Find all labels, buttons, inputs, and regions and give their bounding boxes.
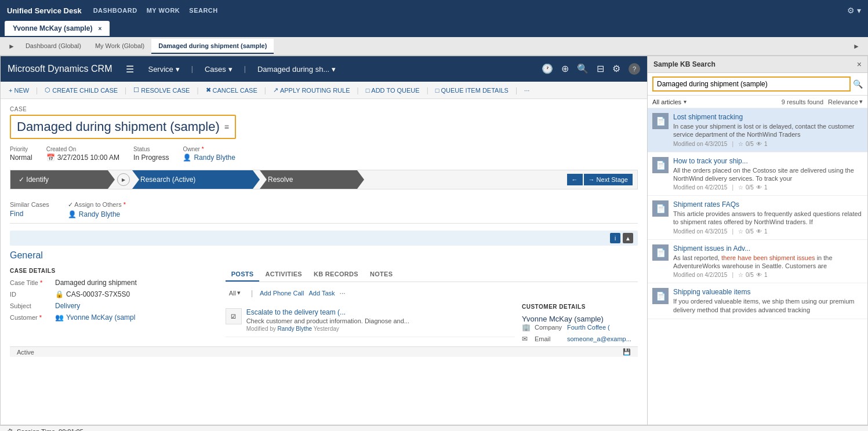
kb-search-button[interactable]: 🔍 <box>853 79 863 89</box>
stage-identify-label: ✓ Identify <box>19 176 49 184</box>
tab-posts[interactable]: POSTS <box>226 268 260 282</box>
filter-dropdown-icon: ▾ <box>237 289 241 297</box>
tab-close-icon[interactable]: × <box>98 25 101 32</box>
tab-yvonne[interactable]: Yvonne McKay (sample) × <box>5 21 110 36</box>
crm-nav-record[interactable]: Damaged during sh... ▾ <box>253 63 340 76</box>
subject-value[interactable]: Delivery <box>55 302 80 310</box>
resolve-case-button[interactable]: ☐ RESOLVE CASE <box>130 84 193 96</box>
kb-article-title-3[interactable]: Shipment issues in Adv... <box>673 244 863 253</box>
crm-header: Microsoft Dynamics CRM ☰ Service ▾ | Cas… <box>1 56 647 82</box>
crm-nav-service[interactable]: Service ▾ <box>143 63 184 76</box>
kb-filter-dropdown[interactable]: All articles ▾ <box>652 98 687 105</box>
tab-nav-right-icon[interactable]: ► <box>849 42 863 50</box>
kb-article-2[interactable]: 📄 Shipment rates FAQs This article provi… <box>648 196 867 240</box>
filter-all[interactable]: All ▾ <box>226 287 244 299</box>
cancel-case-button[interactable]: ✖ CANCEL CASE <box>202 84 261 96</box>
subject-field: Subject Delivery <box>10 302 216 310</box>
email-icon: ✉ <box>522 335 531 343</box>
owner-field: Owner * 👤 Randy Blythe <box>183 146 235 162</box>
kb-search-input[interactable] <box>652 76 851 92</box>
app-title: Unified Service Desk <box>7 6 82 15</box>
save-icon[interactable]: 💾 <box>623 348 631 356</box>
more-activities-button[interactable]: ··· <box>340 289 346 297</box>
case-title-menu-icon[interactable]: ≡ <box>224 122 229 132</box>
routing-rule-button[interactable]: ↗ APPLY ROUTING RULE <box>270 84 354 96</box>
tab-nav-left-icon[interactable]: ► <box>5 42 19 50</box>
nav-mywork[interactable]: MY WORK <box>147 7 180 14</box>
kb-header: Sample KB Search × <box>648 56 867 73</box>
tab-kb-records[interactable]: KB RECORDS <box>308 268 364 282</box>
tab-notes[interactable]: NOTES <box>364 268 398 282</box>
similar-cases-link[interactable]: Find <box>10 210 49 218</box>
kb-article-0[interactable]: 📄 Lost shipment tracking In case your sh… <box>648 108 867 152</box>
help-icon[interactable]: ? <box>629 63 640 75</box>
create-child-case-button[interactable]: ⬡ CREATE CHILD CASE <box>41 84 121 96</box>
company-value[interactable]: Fourth Coffee ( <box>567 324 610 331</box>
crm-header-icons: 🕐 ⊕ 🔍 ⊟ ⚙ ? <box>542 63 640 75</box>
activity-controls: All ▾ | Add Phone Call Add Task ··· <box>226 287 638 299</box>
priority-label: Priority <box>10 146 32 152</box>
new-button[interactable]: + NEW <box>5 85 32 96</box>
history-icon[interactable]: 🕐 <box>542 63 553 75</box>
top-bar-left: Unified Service Desk DASHBOARD MY WORK S… <box>7 6 218 15</box>
next-stage-button[interactable]: → Next Stage <box>584 174 633 185</box>
settings-icon[interactable]: ⚙ <box>612 63 620 75</box>
case-title-value: Damaged during shipment <box>55 279 137 287</box>
kb-article-3[interactable]: 📄 Shipment issues in Adv... As last repo… <box>648 240 867 284</box>
nav-dashboard[interactable]: DASHBOARD <box>93 7 137 14</box>
eye-icon-1: 👁 <box>756 184 762 191</box>
info-button[interactable]: i <box>610 233 620 243</box>
kb-filter-label: All articles <box>652 98 681 105</box>
kb-article-desc-2: This article provides answers to frequen… <box>673 210 863 227</box>
tab-damaged-shipment[interactable]: Damaged during shipment (sample) <box>151 39 274 54</box>
session-info: ⏱ Session Time 00:01:05 <box>7 428 83 431</box>
add-phone-call-button[interactable]: Add Phone Call <box>260 290 304 297</box>
add-to-queue-button[interactable]: □ ADD TO QUEUE <box>362 85 423 96</box>
kb-article-content-4: Shipping valueable items If you ordered … <box>673 288 863 314</box>
activity-meta: Modified by Randy Blythe Yesterday <box>246 326 515 332</box>
nav-sep-2: | <box>244 65 246 73</box>
queue-item-details-button[interactable]: □ QUEUE ITEM DETAILS <box>432 85 512 96</box>
more-button[interactable]: ··· <box>521 85 533 96</box>
email-value[interactable]: someone_a@examp... <box>567 335 631 342</box>
calendar-icon: 📅 <box>46 154 55 162</box>
merge-icon[interactable]: ⊟ <box>597 63 604 75</box>
customer-name[interactable]: Yvonne McKay (sample) <box>522 315 638 323</box>
owner-label: Owner * <box>183 146 235 152</box>
eye-icon-3: 👁 <box>756 272 762 278</box>
kb-article-content-0: Lost shipment tracking In case your ship… <box>673 113 863 147</box>
search-icon[interactable]: 🔍 <box>577 63 589 75</box>
activity-desc: Check customer and product information. … <box>246 317 515 324</box>
stage-identify: ✓ Identify <box>10 170 115 189</box>
tab-dashboard-global[interactable]: Dashboard (Global) <box>19 39 88 54</box>
nav-search[interactable]: SEARCH <box>189 7 217 14</box>
kb-article-title-1[interactable]: How to track your ship... <box>673 157 863 165</box>
add-icon[interactable]: ⊕ <box>561 63 569 75</box>
activities-customer-col: POSTS ACTIVITIES KB RECORDS NOTES All ▾ … <box>226 268 638 346</box>
activity-title[interactable]: Escalate to the delivery team (... <box>246 308 515 316</box>
kb-close-button[interactable]: × <box>857 60 862 69</box>
stage-play-button[interactable]: ▶ <box>117 173 130 186</box>
meta-row: Priority Normal Created On 📅 3/27/2015 1… <box>10 146 638 162</box>
collapse-button[interactable]: ▲ <box>623 233 633 243</box>
stage-research-label: Research (Active) <box>140 176 195 184</box>
kb-relevance-sort[interactable]: Relevance ▾ <box>828 98 863 105</box>
kb-article-title-0[interactable]: Lost shipment tracking <box>673 113 863 121</box>
service-dropdown-icon: ▾ <box>176 65 180 74</box>
settings-button[interactable]: ⚙ ▾ <box>847 6 861 15</box>
crm-nav-cases[interactable]: Cases ▾ <box>200 63 237 76</box>
activity-author[interactable]: Randy Blythe <box>278 326 312 332</box>
tab-activities[interactable]: ACTIVITIES <box>259 268 308 282</box>
kb-article-1[interactable]: 📄 How to track your ship... All the orde… <box>648 152 867 196</box>
hamburger-menu-button[interactable]: ☰ <box>124 61 136 77</box>
kb-article-4[interactable]: 📄 Shipping valueable items If you ordere… <box>648 283 867 319</box>
toolbar: + NEW | ⬡ CREATE CHILD CASE | ☐ RESOLVE … <box>1 82 647 99</box>
stage-back-button[interactable]: ← <box>567 174 583 185</box>
add-task-button[interactable]: Add Task <box>308 290 335 297</box>
session-value: 00:01:05 <box>59 428 83 431</box>
inner-tabs: POSTS ACTIVITIES KB RECORDS NOTES <box>226 268 638 282</box>
kb-article-title-2[interactable]: Shipment rates FAQs <box>673 200 863 209</box>
kb-article-title-4[interactable]: Shipping valueable items <box>673 288 863 296</box>
case-id-value: 🔒 CAS-00037-S7X5S0 <box>55 290 130 298</box>
tab-mywork-global[interactable]: My Work (Global) <box>88 39 151 54</box>
